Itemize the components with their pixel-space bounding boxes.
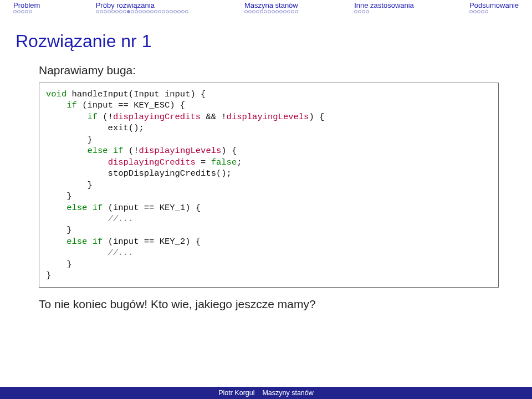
subtitle: Naprawiamy buga: (39, 64, 532, 77)
kw-false: false (211, 157, 237, 167)
nav-maszyna[interactable]: Maszyna stanów (244, 1, 299, 17)
nav-inne[interactable]: Inne zastosowania (354, 1, 414, 17)
nav-dots (96, 10, 189, 17)
nav-label: Inne zastosowania (354, 1, 414, 9)
code-text: = (196, 157, 211, 167)
kw-if: if (93, 237, 103, 247)
code-text: (input == KEY_ESC) { (77, 100, 185, 110)
kw-void: void (46, 89, 66, 99)
code-text: exit(); (46, 123, 144, 133)
code-text: && ! (201, 112, 227, 122)
nav-label: Maszyna stanów (244, 1, 298, 9)
kw-if: if (87, 112, 98, 122)
code-text: ; (237, 157, 242, 167)
kw-if: if (66, 100, 77, 110)
nav-label: Podsumowanie (469, 1, 519, 9)
nav-problem[interactable]: Problem (13, 1, 40, 17)
code-text: } (46, 259, 72, 269)
nav-bar: Problem Próby rozwiązania Maszyna stanów… (0, 0, 532, 17)
id-levels: displayingLevels (227, 112, 309, 122)
comment: //... (108, 248, 134, 258)
nav-proby[interactable]: Próby rozwiązania (96, 1, 189, 17)
code-text: ) { (221, 146, 237, 156)
code-text: ) { (309, 112, 324, 122)
nav-label: Problem (13, 1, 40, 9)
footer-talk: Maszyny stanów (262, 389, 313, 397)
kw-if: if (113, 146, 124, 156)
code-text: } (46, 225, 72, 235)
id-credits: displayingCredits (113, 112, 201, 122)
nav-label: Próby rozwiązania (96, 1, 155, 9)
kw-else: else (66, 237, 87, 247)
id-levels: displayingLevels (139, 146, 221, 156)
kw-else: else (66, 203, 87, 213)
kw-if: if (93, 203, 103, 213)
code-text: (! (98, 112, 113, 122)
footer: Piotr Korgul Maszyny stanów (0, 387, 532, 399)
nav-dots (13, 10, 33, 17)
nav-dots (244, 10, 299, 17)
kw-else: else (87, 146, 108, 156)
nav-dots (469, 10, 489, 17)
code-block: void handleInput(Input input) { if (inpu… (39, 83, 499, 288)
footer-author: Piotr Korgul (218, 389, 254, 397)
code-text: } (46, 270, 51, 280)
code-text: (! (124, 146, 139, 156)
nav-dots (354, 10, 370, 17)
code-text: } (46, 135, 93, 145)
code-text: (input == KEY_1) { (103, 203, 201, 213)
id-credits: displayingCredits (108, 157, 196, 167)
code-text: } (46, 180, 93, 190)
comment: //... (108, 214, 134, 224)
slide-title: Rozwiązanie nr 1 (16, 31, 532, 52)
code-text: handleInput(Input input) { (66, 89, 206, 99)
closing-text: To nie koniec bugów! Kto wie, jakiego je… (39, 298, 499, 311)
code-text: (input == KEY_2) { (103, 237, 201, 247)
nav-podsumowanie[interactable]: Podsumowanie (469, 1, 519, 17)
code-text: } (46, 191, 72, 201)
code-text: stopDisplayingCredits(); (46, 168, 232, 178)
